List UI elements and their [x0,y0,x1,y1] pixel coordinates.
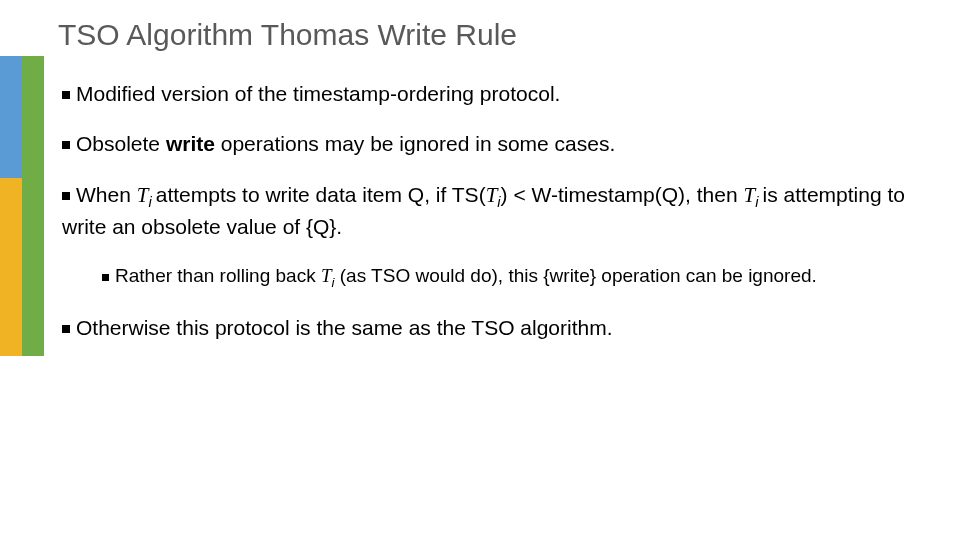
accent-bar-yellow [0,178,22,356]
accent-bar-green [22,56,44,356]
sub-bullet-1-a: Rather than rolling back [115,265,321,286]
bullet-3: When Ti attempts to write data item Q, i… [62,181,920,241]
bullet-3-b: attempts to write data item Q, if TS( [156,183,486,206]
slide-title: TSO Algorithm Thomas Write Rule [58,18,517,52]
var-T: T [321,265,332,286]
bullet-2-bold: write [166,132,215,155]
bullet-2-post: operations may be ignored in some cases. [215,132,615,155]
bullet-icon [62,325,70,333]
bullet-4-text: Otherwise this protocol is the same as t… [76,316,613,339]
slide-body: Modified version of the timestamp-orderi… [62,80,920,364]
sub-bullet-1: Rather than rolling back Ti (as TSO woul… [102,263,920,292]
bullet-1-text: Modified version of the timestamp-orderi… [76,82,560,105]
bullet-3-c: ) < W-timestamp(Q), then [501,183,744,206]
sub-bullet-1-b: (as TSO would do), this {write} operatio… [335,265,817,286]
bullet-2: Obsolete write operations may be ignored… [62,130,920,158]
bullet-icon [102,274,109,281]
bullet-icon [62,91,70,99]
var-T: T [744,183,756,207]
bullet-3-a: When [76,183,137,206]
sub-i: i [755,194,762,210]
accent-bar-blue [0,56,22,178]
var-T: T [486,183,498,207]
sub-i: i [148,194,155,210]
var-T: T [137,183,149,207]
bullet-1: Modified version of the timestamp-orderi… [62,80,920,108]
bullet-4: Otherwise this protocol is the same as t… [62,314,920,342]
bullet-icon [62,192,70,200]
bullet-2-pre: Obsolete [76,132,166,155]
bullet-icon [62,141,70,149]
